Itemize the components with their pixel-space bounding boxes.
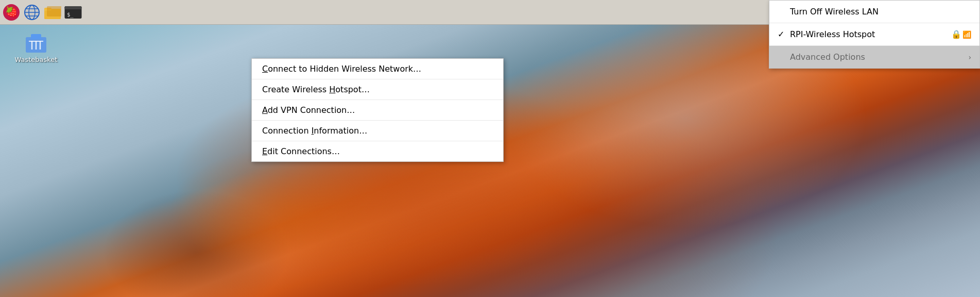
create-hotspot-label: Create Wireless Hotspot… <box>262 85 370 94</box>
turn-off-wireless-label: Turn Off Wireless LAN <box>790 7 879 16</box>
svg-rect-11 <box>47 6 61 16</box>
advanced-checkmark-placeholder <box>778 52 786 62</box>
lock-icon: 🔒 <box>951 29 961 39</box>
edit-connections-item[interactable]: Edit Connections… <box>252 141 503 161</box>
svg-point-7 <box>25 5 39 20</box>
network-security-icons: 🔒 📶 <box>951 29 971 39</box>
add-vpn-label: Add VPN Connection… <box>262 105 355 115</box>
svg-text:🍓: 🍓 <box>5 6 18 18</box>
globe-icon <box>24 4 40 21</box>
web-browser-button[interactable] <box>23 3 41 22</box>
add-vpn-item[interactable]: Add VPN Connection… <box>252 100 503 121</box>
rpi-checkmark: ✓ <box>778 29 786 39</box>
terminal-button[interactable]: $_ <box>64 3 82 22</box>
turn-off-wireless-item[interactable]: Turn Off Wireless LAN <box>769 1 979 23</box>
svg-rect-17 <box>31 34 41 39</box>
create-hotspot-item[interactable]: Create Wireless Hotspot… <box>252 79 503 100</box>
submenu-arrow-icon: › <box>968 53 971 61</box>
raspberry-pi-icon: 🍓 <box>2 3 21 22</box>
raspberry-pi-menu-button[interactable]: 🍓 <box>2 3 21 22</box>
wastebasket-label: Wastebasket <box>15 56 58 63</box>
advanced-options-item[interactable]: Advanced Options › <box>769 46 979 68</box>
svg-rect-13 <box>65 6 82 9</box>
connection-info-label: Connection Information… <box>262 126 367 136</box>
wastebasket-svg <box>24 31 48 54</box>
file-manager-button[interactable] <box>43 3 62 22</box>
terminal-icon: $_ <box>64 5 82 20</box>
connect-hidden-label: Connect to Hidden Wireless Network… <box>262 64 421 74</box>
checkmark-placeholder <box>778 7 786 16</box>
wastebasket-icon[interactable]: Wastebasket <box>15 31 57 63</box>
advanced-options-label: Advanced Options <box>790 52 865 62</box>
folder-icon <box>44 4 61 21</box>
svg-text:$_: $_ <box>67 11 74 18</box>
wifi-signal-icon: 📶 <box>962 30 971 39</box>
connect-hidden-item[interactable]: Connect to Hidden Wireless Network… <box>252 59 503 79</box>
network-context-menu: Turn Off Wireless LAN ✓ RPI-Wireless Hot… <box>769 0 980 69</box>
taskbar-left: 🍓 <box>2 3 82 22</box>
rpi-hotspot-item[interactable]: ✓ RPI-Wireless Hotspot 🔒 📶 <box>769 23 979 46</box>
rpi-hotspot-label: RPI-Wireless Hotspot <box>790 29 875 39</box>
edit-connections-label: Edit Connections… <box>262 146 340 156</box>
primary-context-menu: Connect to Hidden Wireless Network… Crea… <box>251 58 504 162</box>
connection-info-item[interactable]: Connection Information… <box>252 121 503 141</box>
